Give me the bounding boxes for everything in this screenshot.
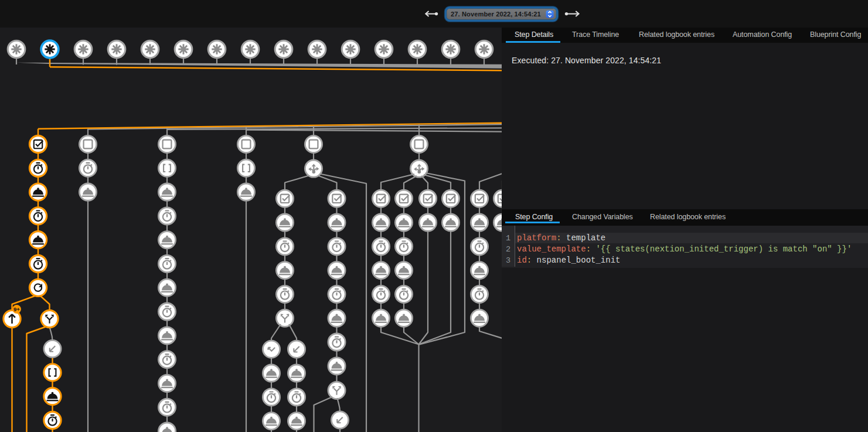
- svg-text:9+: 9+: [13, 306, 20, 312]
- svg-text:27. November 2022, 14:54:21: 27. November 2022, 14:54:21: [451, 11, 541, 18]
